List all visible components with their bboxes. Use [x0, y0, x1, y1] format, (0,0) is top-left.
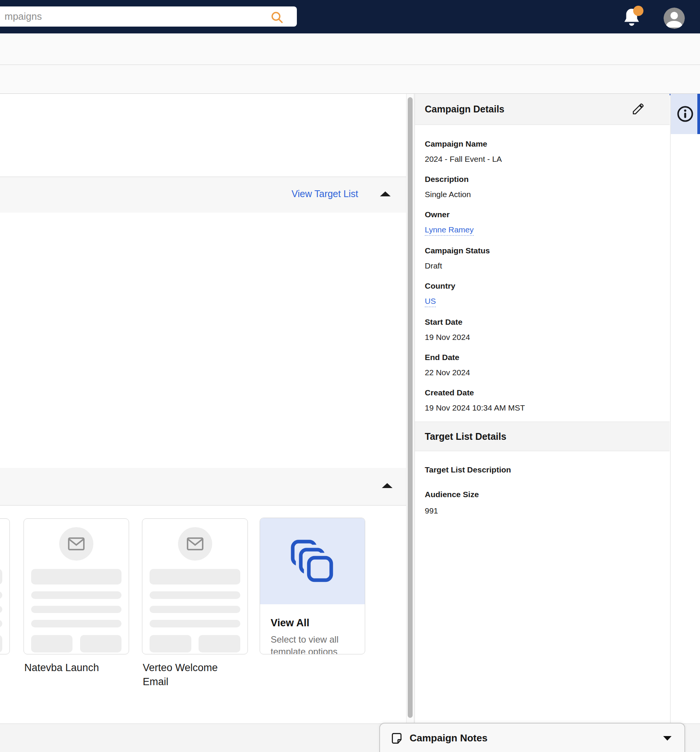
template-thumbnail-circle	[59, 527, 93, 561]
campaign-details-header: Campaign Details	[415, 94, 670, 125]
search-icon[interactable]	[270, 11, 284, 24]
user-avatar[interactable]	[664, 8, 685, 29]
top-navigation-bar	[0, 0, 700, 33]
field-target-list-description: Target List Description	[425, 465, 660, 474]
field-start-date: Start Date 19 Nov 2024	[425, 318, 660, 342]
vertical-scrollbar-track[interactable]	[406, 94, 414, 724]
template-card-natevba-launch[interactable]	[24, 518, 129, 654]
template-card-verteo-welcome-email[interactable]	[142, 518, 248, 654]
note-icon	[391, 732, 403, 744]
field-value: 19 Nov 2024 10:34 AM MST	[425, 403, 660, 412]
page-subheader-band	[0, 65, 700, 94]
template-card-partial[interactable]	[0, 518, 10, 654]
notification-badge-dot	[633, 6, 643, 16]
search-input[interactable]	[0, 6, 297, 27]
campaign-fields-list: Campaign Name 2024 - Fall Event - LA Des…	[415, 125, 670, 423]
field-description: Description Single Action	[425, 175, 660, 199]
field-created-date: Created Date 19 Nov 2024 10:34 AM MST	[425, 388, 660, 412]
field-audience-size: Audience Size 991	[425, 490, 660, 515]
vertical-scrollbar-thumb[interactable]	[408, 97, 413, 718]
field-label: Owner	[425, 210, 660, 219]
view-all-card-banner	[260, 518, 365, 604]
field-label: Start Date	[425, 318, 660, 327]
field-value: 2024 - Fall Event - LA	[425, 155, 660, 164]
field-campaign-status: Campaign Status Draft	[425, 246, 660, 270]
page-header-band: + Create	[0, 33, 700, 65]
field-value: Draft	[425, 261, 660, 270]
collapse-templates-icon[interactable]	[382, 483, 393, 488]
field-campaign-name: Campaign Name 2024 - Fall Event - LA	[425, 139, 660, 164]
field-end-date: End Date 22 Nov 2024	[425, 353, 660, 377]
field-label: Audience Size	[425, 490, 660, 499]
app-root: + Create View Target List	[0, 0, 700, 752]
view-all-title: View All	[271, 617, 357, 629]
field-value: 19 Nov 2024	[425, 333, 660, 342]
template-thumbnail-circle	[178, 527, 212, 561]
info-icon[interactable]	[677, 106, 694, 122]
panel-title: Campaign Details	[425, 104, 505, 115]
field-label: Country	[425, 281, 660, 291]
active-tab-stripe	[697, 94, 700, 134]
email-icon	[186, 537, 204, 551]
view-all-templates-card[interactable]: View All Select to view all template opt…	[260, 518, 365, 654]
owner-link[interactable]: Lynne Ramey	[425, 225, 474, 236]
campaign-notes-title: Campaign Notes	[410, 732, 663, 744]
target-list-section-body	[0, 213, 406, 468]
email-icon	[68, 537, 85, 551]
target-list-details-title: Target List Details	[425, 431, 506, 442]
campaign-summary-section	[0, 94, 406, 177]
field-value: Single Action	[425, 190, 660, 199]
field-label: Campaign Name	[425, 139, 660, 149]
notes-collapse-caret-icon[interactable]	[663, 736, 672, 741]
template-name-label: Natevba Launch	[24, 661, 134, 675]
target-list-details-header: Target List Details	[415, 422, 670, 451]
details-tab-active[interactable]	[671, 94, 700, 134]
templates-section-header	[0, 468, 406, 506]
field-label: Created Date	[425, 388, 660, 397]
field-value: 991	[425, 506, 660, 515]
field-label: End Date	[425, 353, 660, 362]
campaign-notes-bar[interactable]: Campaign Notes	[379, 723, 685, 752]
stacked-templates-icon	[290, 539, 335, 584]
campaign-details-panel: Campaign Details Campaign Name 2024 - Fa…	[415, 94, 670, 724]
field-label: Campaign Status	[425, 246, 660, 255]
field-owner: Owner Lynne Ramey	[425, 210, 660, 246]
field-value: 22 Nov 2024	[425, 368, 660, 377]
country-link[interactable]: US	[425, 297, 436, 307]
view-all-subtitle: Select to view all template options	[271, 634, 357, 654]
field-label: Target List Description	[425, 465, 660, 474]
template-name-label: Verteo Welcome Email	[143, 661, 238, 689]
target-list-fields: Target List Description Audience Size 99…	[415, 451, 670, 526]
field-label: Description	[425, 175, 660, 184]
right-utility-rail	[670, 94, 700, 724]
field-country: Country US	[425, 281, 660, 318]
view-target-list-link[interactable]: View Target List	[292, 188, 358, 199]
target-list-section-header: View Target List	[0, 177, 406, 213]
collapse-section-icon[interactable]	[380, 191, 391, 196]
edit-pencil-icon[interactable]	[632, 103, 645, 115]
notifications-bell-icon[interactable]	[623, 8, 643, 29]
